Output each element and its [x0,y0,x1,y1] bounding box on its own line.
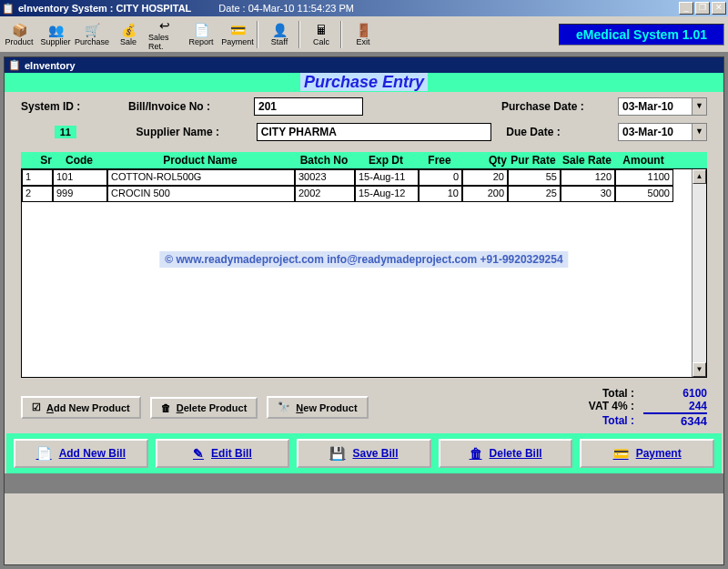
child-icon: 📋 [8,59,21,71]
save-bill-button[interactable]: 💾Save Bill [297,439,431,468]
titlebar-date: Date : 04-Mar-10 11:54:23 PM [218,3,354,14]
edit-bill-button[interactable]: ✎Edit Bill [156,439,290,468]
cell-batch[interactable]: 30023 [295,169,355,186]
vertical-scrollbar[interactable]: ▲ ▼ [692,169,706,377]
chevron-down-icon[interactable]: ▼ [692,98,706,115]
cell-name[interactable]: COTTON-ROL500G [107,169,295,186]
main-toolbar: 📦Product 👥Supplier 🛒Purchase 💰Sale ↩Sale… [0,16,728,53]
cell-qty[interactable]: 200 [462,186,508,202]
scroll-up-icon[interactable]: ▲ [693,169,706,184]
delete-bill-button[interactable]: 🗑Delete Bill [439,439,573,468]
minimize-button[interactable]: _ [679,2,693,15]
mdi-area: 📋 eInventory Purchase Entry System ID : … [0,53,728,569]
purchase-date-combo[interactable]: ▼ [618,97,707,116]
restore-button[interactable]: ❐ [695,2,710,15]
status-bar [5,473,723,493]
purchase-icon: 🛒 [85,23,100,37]
payment-icon: 💳 [230,23,246,37]
cell-sr[interactable]: 2 [22,186,53,202]
payment-button[interactable]: 💳Payment [580,439,714,468]
toolbar-product[interactable]: 📦Product [2,18,36,51]
cell-name[interactable]: CROCIN 500 [107,186,295,202]
watermark: © www.readymadeproject.com info@readymad… [159,251,568,268]
purchase-date-label: Purchase Date : [501,100,611,113]
supplier-label: Supplier Name : [136,126,249,138]
delete-icon: 🗑 [470,446,482,461]
final-total-label: Total : [602,414,634,428]
page-title: Purchase Entry [300,73,428,91]
delete-icon: 🗑 [161,402,171,413]
child-window: 📋 eInventory Purchase Entry System ID : … [4,56,724,565]
cell-code[interactable]: 101 [53,169,107,186]
cell-exp[interactable]: 15-Aug-12 [355,186,419,202]
add-new-product-button[interactable]: ☑Add New Product [21,396,141,419]
col-name: Product Name [106,154,294,167]
cell-amt[interactable]: 5000 [615,186,673,202]
cell-srate[interactable]: 120 [561,169,615,186]
form-area: System ID : Bill/Invoice No : Purchase D… [5,92,723,152]
delete-product-button[interactable]: 🗑Delete Product [150,397,258,419]
cell-code[interactable]: 999 [53,186,107,202]
cell-amt[interactable]: 1100 [615,169,673,186]
cell-srate[interactable]: 30 [561,186,615,202]
toolbar-sale[interactable]: 💰Sale [111,18,146,51]
app-title: eInventory System : CITY HOSPITAL [15,3,191,14]
cell-rate[interactable]: 25 [508,186,561,202]
cell-qty[interactable]: 20 [462,169,508,186]
toolbar-separator [257,21,258,48]
toolbar-sales-ret[interactable]: ↩Sales Ret. [147,18,182,51]
col-qty: Qty [461,154,507,167]
exit-icon: 🚪 [356,23,371,37]
report-icon: 📄 [194,23,209,37]
close-button[interactable]: ✕ [712,2,726,15]
payment-icon: 💳 [613,446,629,461]
cell-exp[interactable]: 15-Aug-11 [355,169,419,186]
col-code: Code [52,154,106,167]
due-date-combo[interactable]: ▼ [618,123,707,141]
due-date-label: Due Date : [506,126,611,138]
table-row[interactable]: 1101COTTON-ROL500G3002315-Aug-1102055120… [22,169,706,186]
bill-no-input[interactable] [254,97,363,116]
toolbar-report[interactable]: 📄Report [184,18,218,51]
system-id-label: System ID : [21,100,121,113]
chevron-down-icon[interactable]: ▼ [692,124,706,140]
binoculars-icon: 🔭 [278,401,290,413]
cell-batch[interactable]: 2002 [295,186,355,202]
sale-icon: 💰 [121,23,136,37]
toolbar-payment[interactable]: 💳Payment [220,18,255,51]
toolbar-staff[interactable]: 👤Staff [262,18,297,51]
col-amt: Amount [614,154,672,167]
cell-sr[interactable]: 1 [22,169,53,186]
scroll-down-icon[interactable]: ▼ [693,362,706,377]
new-product-button[interactable]: 🔭New Product [267,396,368,419]
page-header: Purchase Entry [5,73,723,92]
child-title-text: eInventory [25,60,76,71]
bottom-action-bar: 📄Add New Bill ✎Edit Bill 💾Save Bill 🗑Del… [6,433,722,473]
app-icon: 📋 [2,3,15,15]
toolbar-purchase[interactable]: 🛒Purchase [75,18,109,51]
vat-label: VAT 4% : [589,400,634,414]
table-row[interactable]: 2999CROCIN 500200215-Aug-121020025305000 [22,186,706,202]
staff-icon: 👤 [272,23,288,37]
toolbar-separator [340,21,342,48]
toolbar-exit[interactable]: 🚪Exit [346,18,380,51]
totals-block: Total :6100 VAT 4% :244 Total :6344 [589,387,707,428]
app-titlebar: 📋 eInventory System : CITY HOSPITAL Date… [0,0,728,16]
check-icon: ☑ [32,401,41,413]
vat-value: 244 [643,400,707,414]
sales-ret-icon: ↩ [159,18,170,33]
grid-body[interactable]: 1101COTTON-ROL500G3002315-Aug-1102055120… [21,168,707,378]
cell-rate[interactable]: 55 [508,169,561,186]
col-rate: Pur Rate [507,154,560,167]
toolbar-supplier[interactable]: 👥Supplier [38,18,73,51]
child-titlebar: 📋 eInventory [5,57,723,73]
toolbar-calc[interactable]: 🖩Calc [304,18,339,51]
purchase-date-input[interactable] [619,98,692,115]
due-date-input[interactable] [619,124,692,140]
cell-free[interactable]: 10 [419,186,462,202]
col-batch: Batch No [294,154,354,167]
add-new-bill-button[interactable]: 📄Add New Bill [14,439,148,468]
supplier-input[interactable] [257,123,491,141]
bill-no-label: Bill/Invoice No : [128,100,247,113]
cell-free[interactable]: 0 [419,169,462,186]
